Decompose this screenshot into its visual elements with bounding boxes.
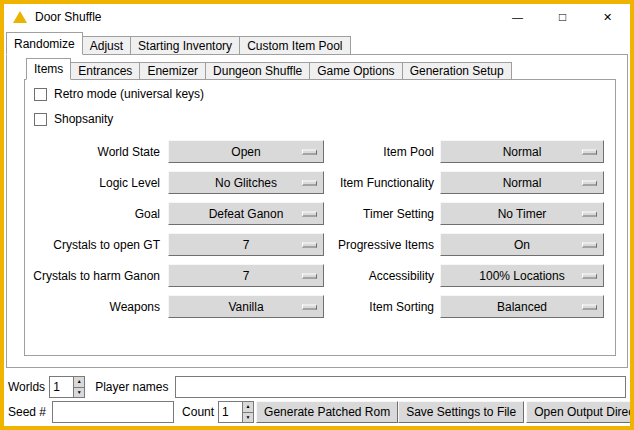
randomize-sub-tab-bar: Items Entrances Enemizer Dungeon Shuffle… <box>26 58 511 80</box>
item-pool-dropdown[interactable]: Normal <box>440 140 604 163</box>
accessibility-dropdown[interactable]: 100% Locations <box>440 264 604 287</box>
crystals-harm-ganon-value: 7 <box>243 269 250 283</box>
tab-dungeon-shuffle[interactable]: Dungeon Shuffle <box>205 62 310 80</box>
window-title: Door Shuffle <box>35 10 102 24</box>
retro-mode-row: Retro mode (universal keys) <box>34 87 204 101</box>
dropdown-indicator-icon <box>582 242 597 247</box>
seed-input[interactable] <box>52 401 174 423</box>
open-output-directory-button[interactable]: Open Output Directory <box>526 401 634 423</box>
shopsanity-row: Shopsanity <box>34 112 113 126</box>
minimize-icon[interactable]: — <box>495 4 540 30</box>
count-stepper-arrows: ▲ ▼ <box>242 402 253 422</box>
dropdown-indicator-icon <box>302 242 317 247</box>
spin-up-icon[interactable]: ▲ <box>243 402 253 412</box>
seed-label: Seed # <box>8 405 46 419</box>
item-pool-label: Item Pool <box>324 145 440 159</box>
window-controls: — □ ✕ <box>495 4 630 30</box>
spin-down-icon[interactable]: ▼ <box>243 412 253 423</box>
dropdown-indicator-icon <box>302 273 317 278</box>
worlds-stepper-arrows: ▲ ▼ <box>73 377 84 397</box>
count-input[interactable] <box>219 402 242 422</box>
logic-level-dropdown[interactable]: No Glitches <box>168 171 324 194</box>
retro-mode-checkbox[interactable] <box>34 88 47 101</box>
worlds-input[interactable] <box>50 377 73 397</box>
world-state-value: Open <box>231 145 260 159</box>
tab-game-options[interactable]: Game Options <box>309 62 402 80</box>
timer-setting-dropdown[interactable]: No Timer <box>440 202 604 225</box>
dropdown-indicator-icon <box>302 211 317 216</box>
tab-randomize[interactable]: Randomize <box>6 32 83 55</box>
dropdown-indicator-icon <box>302 304 317 309</box>
crystals-open-gt-label: Crystals to open GT <box>30 238 168 252</box>
progressive-items-label: Progressive Items <box>324 238 440 252</box>
item-sorting-value: Balanced <box>497 300 547 314</box>
crystals-open-gt-dropdown[interactable]: 7 <box>168 233 324 256</box>
player-names-input[interactable] <box>175 376 627 398</box>
item-functionality-label: Item Functionality <box>324 176 440 190</box>
accessibility-label: Accessibility <box>324 269 440 283</box>
app-icon <box>13 11 27 23</box>
item-pool-value: Normal <box>503 145 542 159</box>
seed-row: Seed # Count ▲ ▼ Generate Patched Rom Sa… <box>8 401 626 423</box>
timer-setting-label: Timer Setting <box>324 207 440 221</box>
spin-up-icon[interactable]: ▲ <box>74 377 84 387</box>
item-sorting-label: Item Sorting <box>324 300 440 314</box>
progressive-items-value: On <box>514 238 530 252</box>
worlds-label: Worlds <box>8 380 45 394</box>
worlds-row: Worlds ▲ ▼ Player names <box>8 376 626 398</box>
dropdown-indicator-icon <box>582 304 597 309</box>
dropdown-indicator-icon <box>582 273 597 278</box>
crystals-harm-ganon-label: Crystals to harm Ganon <box>30 269 168 283</box>
settings-grid: World State Open Item Pool Normal Logic … <box>30 136 604 322</box>
dropdown-indicator-icon <box>582 180 597 185</box>
dropdown-indicator-icon <box>302 180 317 185</box>
tab-enemizer[interactable]: Enemizer <box>139 62 206 80</box>
crystals-harm-ganon-dropdown[interactable]: 7 <box>168 264 324 287</box>
weapons-label: Weapons <box>30 300 168 314</box>
goal-value: Defeat Ganon <box>209 207 284 221</box>
generate-patched-rom-button[interactable]: Generate Patched Rom <box>256 401 398 423</box>
shopsanity-checkbox[interactable] <box>34 113 47 126</box>
accessibility-value: 100% Locations <box>479 269 564 283</box>
close-icon[interactable]: ✕ <box>585 4 630 30</box>
tab-items[interactable]: Items <box>26 58 71 80</box>
progressive-items-dropdown[interactable]: On <box>440 233 604 256</box>
tab-adjust[interactable]: Adjust <box>82 36 131 55</box>
shopsanity-label: Shopsanity <box>54 112 113 126</box>
app-window: Door Shuffle — □ ✕ Randomize Adjust Star… <box>0 0 634 430</box>
weapons-dropdown[interactable]: Vanilla <box>168 295 324 318</box>
tab-starting-inventory[interactable]: Starting Inventory <box>130 36 240 55</box>
main-tab-bar: Randomize Adjust Starting Inventory Cust… <box>6 32 350 55</box>
tab-custom-item-pool[interactable]: Custom Item Pool <box>239 36 350 55</box>
item-functionality-value: Normal <box>503 176 542 190</box>
item-sorting-dropdown[interactable]: Balanced <box>440 295 604 318</box>
maximize-icon[interactable]: □ <box>540 4 585 30</box>
logic-level-label: Logic Level <box>30 176 168 190</box>
titlebar: Door Shuffle — □ ✕ <box>4 4 630 30</box>
tab-entrances[interactable]: Entrances <box>70 62 140 80</box>
world-state-dropdown[interactable]: Open <box>168 140 324 163</box>
dropdown-indicator-icon <box>582 149 597 154</box>
item-functionality-dropdown[interactable]: Normal <box>440 171 604 194</box>
goal-label: Goal <box>30 207 168 221</box>
tab-generation-setup[interactable]: Generation Setup <box>402 62 512 80</box>
timer-setting-value: No Timer <box>498 207 547 221</box>
logic-level-value: No Glitches <box>215 176 277 190</box>
count-stepper: ▲ ▼ <box>218 401 254 423</box>
retro-mode-label: Retro mode (universal keys) <box>54 87 204 101</box>
weapons-value: Vanilla <box>228 300 263 314</box>
save-settings-button[interactable]: Save Settings to File <box>398 401 524 423</box>
world-state-label: World State <box>30 145 168 159</box>
spin-down-icon[interactable]: ▼ <box>74 387 84 398</box>
count-label: Count <box>182 405 214 419</box>
dropdown-indicator-icon <box>302 149 317 154</box>
crystals-open-gt-value: 7 <box>243 238 250 252</box>
dropdown-indicator-icon <box>582 211 597 216</box>
goal-dropdown[interactable]: Defeat Ganon <box>168 202 324 225</box>
worlds-stepper: ▲ ▼ <box>49 376 85 398</box>
player-names-label: Player names <box>95 380 168 394</box>
